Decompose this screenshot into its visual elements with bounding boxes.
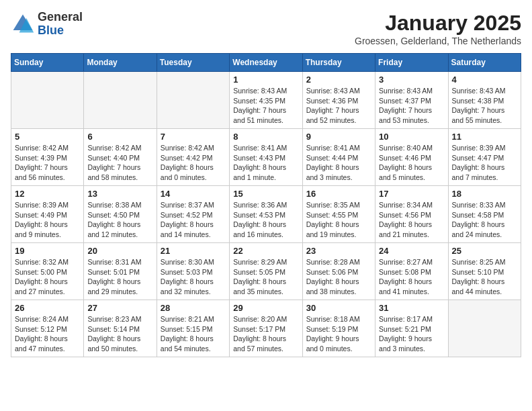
calendar-cell: 10Sunrise: 8:40 AM Sunset: 4:46 PM Dayli… [375,129,448,186]
day-number: 14 [161,189,226,199]
logo-icon [11,12,35,36]
calendar-cell [11,72,84,129]
day-number: 20 [87,246,152,256]
calendar-cell: 24Sunrise: 8:27 AM Sunset: 5:08 PM Dayli… [375,243,448,300]
day-info: Sunrise: 8:18 AM Sunset: 5:19 PM Dayligh… [306,314,371,354]
calendar-cell: 13Sunrise: 8:38 AM Sunset: 4:50 PM Dayli… [84,186,157,243]
day-info: Sunrise: 8:24 AM Sunset: 5:12 PM Dayligh… [15,314,80,354]
day-number: 6 [87,132,152,142]
calendar-cell: 12Sunrise: 8:39 AM Sunset: 4:49 PM Dayli… [11,186,84,243]
day-number: 21 [161,246,226,256]
calendar-cell: 3Sunrise: 8:43 AM Sunset: 4:37 PM Daylig… [375,72,448,129]
week-row-3: 12Sunrise: 8:39 AM Sunset: 4:49 PM Dayli… [11,186,521,243]
day-info: Sunrise: 8:43 AM Sunset: 4:38 PM Dayligh… [452,86,517,126]
day-number: 23 [306,246,371,256]
day-info: Sunrise: 8:35 AM Sunset: 4:55 PM Dayligh… [306,200,371,240]
calendar-cell: 9Sunrise: 8:41 AM Sunset: 4:44 PM Daylig… [302,129,375,186]
day-number: 4 [452,75,517,85]
week-row-1: 1Sunrise: 8:43 AM Sunset: 4:35 PM Daylig… [11,72,521,129]
day-info: Sunrise: 8:40 AM Sunset: 4:46 PM Dayligh… [379,143,444,183]
calendar-cell: 15Sunrise: 8:36 AM Sunset: 4:53 PM Dayli… [230,186,302,243]
calendar-cell: 19Sunrise: 8:32 AM Sunset: 5:00 PM Dayli… [11,243,84,300]
day-number: 11 [452,132,517,142]
day-number: 5 [15,132,80,142]
day-info: Sunrise: 8:20 AM Sunset: 5:17 PM Dayligh… [233,314,298,354]
weekday-header-row: SundayMondayTuesdayWednesdayThursdayFrid… [11,54,521,72]
day-info: Sunrise: 8:42 AM Sunset: 4:40 PM Dayligh… [87,143,152,183]
calendar-cell: 5Sunrise: 8:42 AM Sunset: 4:39 PM Daylig… [11,129,84,186]
calendar-cell: 18Sunrise: 8:33 AM Sunset: 4:58 PM Dayli… [448,186,521,243]
weekday-header-wednesday: Wednesday [230,54,302,72]
day-number: 16 [306,189,371,199]
day-number: 18 [452,189,517,199]
calendar-cell [448,300,521,357]
day-info: Sunrise: 8:36 AM Sunset: 4:53 PM Dayligh… [233,200,298,240]
calendar-cell: 11Sunrise: 8:39 AM Sunset: 4:47 PM Dayli… [448,129,521,186]
calendar-cell: 14Sunrise: 8:37 AM Sunset: 4:52 PM Dayli… [157,186,229,243]
calendar-cell: 7Sunrise: 8:42 AM Sunset: 4:42 PM Daylig… [157,129,229,186]
day-number: 19 [15,246,80,256]
day-info: Sunrise: 8:43 AM Sunset: 4:37 PM Dayligh… [379,86,444,126]
page-header: General Blue January 2025 Groessen, Geld… [11,11,521,46]
calendar-cell: 20Sunrise: 8:31 AM Sunset: 5:01 PM Dayli… [84,243,157,300]
logo: General Blue [11,11,83,38]
day-info: Sunrise: 8:41 AM Sunset: 4:44 PM Dayligh… [306,143,371,183]
calendar-cell: 2Sunrise: 8:43 AM Sunset: 4:36 PM Daylig… [302,72,375,129]
day-info: Sunrise: 8:28 AM Sunset: 5:06 PM Dayligh… [306,257,371,297]
logo-text: General Blue [38,11,83,38]
weekday-header-monday: Monday [84,54,157,72]
day-number: 27 [87,303,152,313]
day-number: 2 [306,75,371,85]
calendar-cell: 6Sunrise: 8:42 AM Sunset: 4:40 PM Daylig… [84,129,157,186]
calendar-cell: 26Sunrise: 8:24 AM Sunset: 5:12 PM Dayli… [11,300,84,357]
calendar-cell: 28Sunrise: 8:21 AM Sunset: 5:15 PM Dayli… [157,300,229,357]
calendar-cell: 16Sunrise: 8:35 AM Sunset: 4:55 PM Dayli… [302,186,375,243]
day-info: Sunrise: 8:33 AM Sunset: 4:58 PM Dayligh… [452,200,517,240]
day-info: Sunrise: 8:43 AM Sunset: 4:35 PM Dayligh… [233,86,298,126]
calendar-cell [157,72,229,129]
day-info: Sunrise: 8:42 AM Sunset: 4:39 PM Dayligh… [15,143,80,183]
day-number: 28 [161,303,226,313]
month-title: January 2025 [355,11,521,36]
calendar-cell: 27Sunrise: 8:23 AM Sunset: 5:14 PM Dayli… [84,300,157,357]
day-number: 17 [379,189,444,199]
week-row-5: 26Sunrise: 8:24 AM Sunset: 5:12 PM Dayli… [11,300,521,357]
day-number: 12 [15,189,80,199]
weekday-header-tuesday: Tuesday [157,54,229,72]
week-row-4: 19Sunrise: 8:32 AM Sunset: 5:00 PM Dayli… [11,243,521,300]
day-number: 3 [379,75,444,85]
weekday-header-friday: Friday [375,54,448,72]
calendar-cell: 8Sunrise: 8:41 AM Sunset: 4:43 PM Daylig… [230,129,302,186]
day-info: Sunrise: 8:29 AM Sunset: 5:05 PM Dayligh… [233,257,298,297]
calendar-cell: 23Sunrise: 8:28 AM Sunset: 5:06 PM Dayli… [302,243,375,300]
calendar-cell: 21Sunrise: 8:30 AM Sunset: 5:03 PM Dayli… [157,243,229,300]
day-number: 29 [233,303,298,313]
calendar-cell: 1Sunrise: 8:43 AM Sunset: 4:35 PM Daylig… [230,72,302,129]
day-number: 15 [233,189,298,199]
day-number: 31 [379,303,444,313]
calendar-cell: 31Sunrise: 8:17 AM Sunset: 5:21 PM Dayli… [375,300,448,357]
day-number: 24 [379,246,444,256]
day-info: Sunrise: 8:34 AM Sunset: 4:56 PM Dayligh… [379,200,444,240]
day-info: Sunrise: 8:32 AM Sunset: 5:00 PM Dayligh… [15,257,80,297]
day-info: Sunrise: 8:30 AM Sunset: 5:03 PM Dayligh… [161,257,226,297]
day-info: Sunrise: 8:23 AM Sunset: 5:14 PM Dayligh… [87,314,152,354]
day-info: Sunrise: 8:38 AM Sunset: 4:50 PM Dayligh… [87,200,152,240]
day-number: 26 [15,303,80,313]
day-number: 8 [233,132,298,142]
calendar-cell [84,72,157,129]
calendar-cell: 22Sunrise: 8:29 AM Sunset: 5:05 PM Dayli… [230,243,302,300]
day-number: 13 [87,189,152,199]
week-row-2: 5Sunrise: 8:42 AM Sunset: 4:39 PM Daylig… [11,129,521,186]
title-block: January 2025 Groessen, Gelderland, The N… [355,11,521,46]
day-number: 22 [233,246,298,256]
weekday-header-thursday: Thursday [302,54,375,72]
day-number: 9 [306,132,371,142]
day-info: Sunrise: 8:41 AM Sunset: 4:43 PM Dayligh… [233,143,298,183]
calendar-table: SundayMondayTuesdayWednesdayThursdayFrid… [11,53,521,357]
calendar-cell: 25Sunrise: 8:25 AM Sunset: 5:10 PM Dayli… [448,243,521,300]
day-info: Sunrise: 8:39 AM Sunset: 4:47 PM Dayligh… [452,143,517,183]
weekday-header-sunday: Sunday [11,54,84,72]
day-info: Sunrise: 8:27 AM Sunset: 5:08 PM Dayligh… [379,257,444,297]
day-info: Sunrise: 8:17 AM Sunset: 5:21 PM Dayligh… [379,314,444,354]
